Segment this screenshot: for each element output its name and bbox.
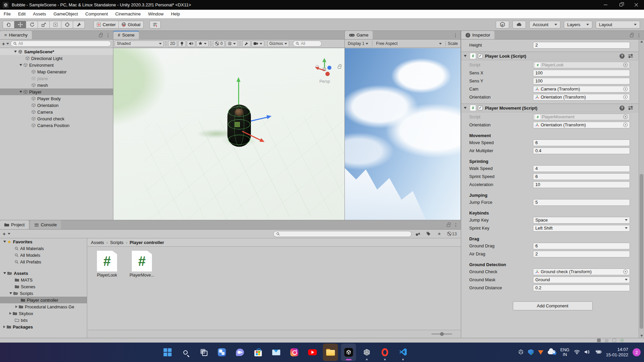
object-picker-icon[interactable]	[623, 95, 628, 99]
orientation-object-field[interactable]: Orientation (Transform)	[533, 122, 630, 128]
status-icon[interactable]	[605, 339, 608, 342]
scene-search-input[interactable]: All	[293, 41, 322, 47]
cam-object-field[interactable]: Camera (Transform)	[533, 86, 630, 93]
object-picker-icon[interactable]	[623, 123, 628, 127]
foldout-icon[interactable]	[464, 107, 467, 109]
menu-assets[interactable]: Assets	[29, 10, 50, 18]
foldout-collapsed-icon[interactable]	[9, 312, 11, 315]
favorites-filter-icon[interactable]: ★	[435, 231, 444, 237]
tab-inspector[interactable]: i Inspector	[461, 31, 494, 39]
air-multiplier-input[interactable]: 0.4	[533, 147, 630, 154]
chat-button[interactable]	[232, 344, 248, 361]
object-picker-icon[interactable]	[623, 269, 628, 274]
project-tree-item[interactable]: Procedural Landmass Ge	[0, 303, 87, 310]
foldout-icon[interactable]	[464, 55, 467, 57]
hand-tool-icon[interactable]	[3, 21, 14, 28]
status-icon[interactable]	[612, 339, 616, 342]
menu-help[interactable]: Help	[167, 10, 184, 18]
transform-tool-icon[interactable]	[61, 21, 73, 28]
search-by-type-icon[interactable]	[414, 231, 422, 237]
add-component-button[interactable]: Add Component	[513, 301, 593, 310]
chevron-down-icon[interactable]	[8, 233, 10, 235]
hidden-objects-toggle[interactable]: 0	[213, 41, 225, 47]
lock-icon[interactable]	[630, 35, 633, 37]
sprint-key-dropdown[interactable]: Left Shift	[533, 225, 630, 232]
lock-icon[interactable]	[447, 224, 450, 227]
menu-cinemachine[interactable]: Cinemachine	[112, 10, 145, 18]
onedrive-icon[interactable]	[548, 350, 556, 354]
hierarchy-item[interactable]: Environment	[0, 62, 113, 68]
sens-x-input[interactable]: 100	[533, 70, 630, 76]
gizmo-plane-handle[interactable]	[235, 122, 240, 127]
orientation-object-field[interactable]: Orientation (Transform)	[533, 94, 630, 101]
sprint-speed-input[interactable]: 6	[533, 173, 630, 180]
foldout-icon[interactable]	[19, 64, 22, 66]
asset-playermovement[interactable]: PlayerMove...	[128, 251, 155, 330]
projection-mode-label[interactable]: Persp	[314, 79, 335, 84]
rotate-tool-icon[interactable]	[26, 21, 38, 28]
jump-force-input[interactable]: 5	[533, 199, 630, 206]
air-drag-input[interactable]: 2	[533, 251, 630, 257]
scene-tools-icon[interactable]	[242, 41, 251, 47]
opera-button[interactable]	[377, 344, 392, 361]
hierarchy-item[interactable]: Camera	[0, 109, 113, 115]
ground-drag-input[interactable]: 6	[533, 243, 630, 249]
start-button[interactable]	[160, 344, 175, 361]
breadcrumb-assets[interactable]: Assets	[91, 240, 104, 245]
unity-hub-button[interactable]	[359, 344, 374, 361]
component-enabled-checkbox[interactable]	[478, 106, 483, 110]
hierarchy-item-scene[interactable]: SampleScene*	[0, 48, 113, 55]
project-tree-item[interactable]: MATS	[0, 277, 87, 283]
project-tree-item[interactable]: Skybox	[0, 310, 87, 317]
hierarchy-item-selected[interactable]: Player	[0, 88, 113, 95]
plastic-scm-icon[interactable]: ρ	[496, 21, 509, 28]
audio-toggle-icon[interactable]	[187, 41, 195, 47]
hierarchy-item[interactable]: Player Body	[0, 95, 113, 102]
project-tree-item[interactable]: Assets	[0, 270, 87, 277]
hierarchy-item-disabled[interactable]: plane	[0, 75, 113, 82]
taskbar-search-button[interactable]	[178, 344, 193, 361]
inspector-scrollbar[interactable]	[639, 40, 644, 338]
move-tool-icon[interactable]	[14, 21, 26, 28]
language-indicator[interactable]: ENG IN	[560, 348, 569, 357]
move-speed-input[interactable]: 6	[533, 139, 630, 146]
minimize-button[interactable]	[598, 0, 613, 10]
foldout-icon[interactable]	[19, 91, 22, 93]
presets-icon[interactable]	[628, 106, 633, 110]
layers-dropdown[interactable]: Layers	[564, 21, 592, 28]
tab-game[interactable]: Game	[345, 31, 373, 39]
space-toggle-button[interactable]: Global	[119, 21, 144, 28]
hierarchy-item[interactable]: Map Generator	[0, 68, 113, 75]
account-dropdown[interactable]: Account	[529, 21, 560, 28]
kebab-menu-icon[interactable]	[637, 33, 641, 38]
object-picker-icon[interactable]	[623, 87, 628, 91]
project-tree-item[interactable]: txts	[0, 317, 87, 323]
scroll-down-icon[interactable]	[640, 335, 643, 337]
chevron-down-icon[interactable]	[6, 43, 9, 45]
task-view-button[interactable]	[196, 344, 211, 361]
hierarchy-item[interactable]: Ground check	[0, 115, 113, 122]
player-look-component-header[interactable]: Player Look (Script)	[461, 52, 644, 60]
hierarchy-item[interactable]: Camera Position	[0, 122, 113, 129]
jump-key-dropdown[interactable]: Space	[533, 217, 630, 224]
custom-tool-icon[interactable]	[73, 21, 85, 28]
ground-mask-dropdown[interactable]: Ground	[533, 277, 630, 283]
gizmo-y-axis[interactable]	[238, 81, 239, 105]
aspect-ratio-dropdown[interactable]: Free Aspect	[374, 41, 443, 47]
unity-taskbar-button[interactable]	[341, 344, 356, 361]
sens-y-input[interactable]: 100	[533, 78, 630, 84]
scale-tool-icon[interactable]	[38, 21, 50, 28]
menu-window[interactable]: Window	[144, 10, 167, 18]
rect-tool-icon[interactable]	[50, 21, 61, 28]
layout-dropdown[interactable]: Layout	[596, 21, 640, 28]
project-tree-item[interactable]: All Models	[0, 252, 87, 258]
hierarchy-item[interactable]: Directional Light	[0, 55, 113, 62]
wifi-icon[interactable]	[574, 350, 580, 355]
hidden-count-indicator[interactable]: 13	[446, 231, 458, 237]
player-movement-component-header[interactable]: Player Movement (Script)	[461, 104, 644, 112]
foldout-icon[interactable]	[14, 51, 17, 53]
scroll-up-icon[interactable]	[640, 41, 643, 43]
kebab-menu-icon[interactable]	[453, 33, 458, 38]
hierarchy-item[interactable]: mesh	[0, 82, 113, 88]
vscode-button[interactable]	[395, 344, 411, 361]
